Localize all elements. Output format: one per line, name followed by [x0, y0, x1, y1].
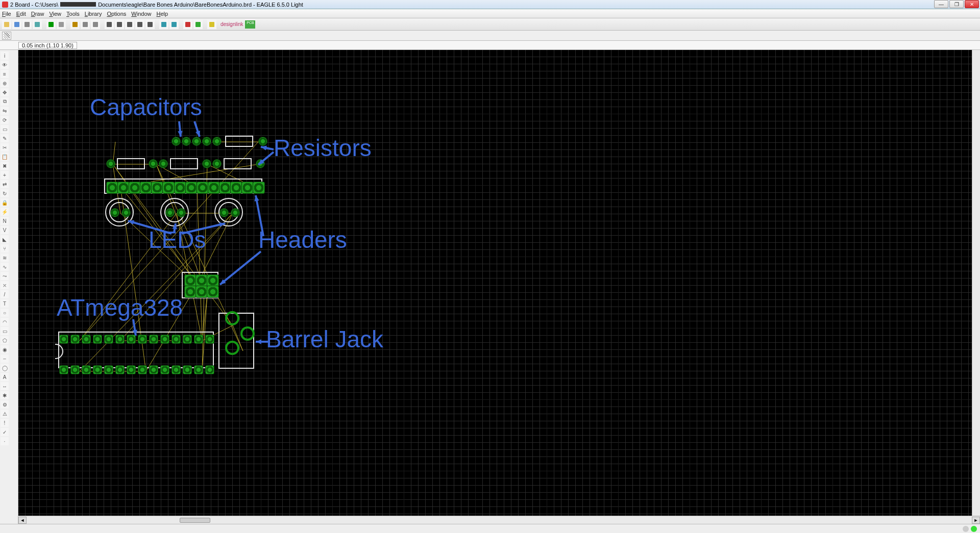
route-icon[interactable]: ⤳: [1, 272, 9, 280]
pad[interactable]: [185, 182, 198, 194]
redo-icon[interactable]: [169, 20, 179, 29]
pad[interactable]: [182, 137, 191, 146]
rect-icon[interactable]: ▭: [1, 327, 9, 335]
maximize-button[interactable]: ❐: [949, 0, 964, 8]
pad[interactable]: [93, 365, 102, 374]
scroll-left-button[interactable]: ◄: [18, 517, 27, 524]
pad[interactable]: [207, 286, 219, 298]
minimize-button[interactable]: —: [934, 0, 948, 8]
menu-library[interactable]: Library: [85, 11, 102, 17]
pad[interactable]: [205, 335, 214, 344]
signal-icon[interactable]: ⎓: [1, 354, 9, 363]
pad[interactable]: [225, 341, 239, 355]
smash-icon[interactable]: ⚡: [1, 208, 9, 216]
wire-icon[interactable]: /: [1, 290, 9, 298]
layer-icon[interactable]: ≡: [1, 70, 9, 78]
auto-icon[interactable]: ⚙: [1, 400, 9, 409]
pad[interactable]: [82, 365, 91, 374]
pad[interactable]: [59, 335, 68, 344]
mark-icon[interactable]: ⊕: [1, 79, 9, 87]
pad[interactable]: [82, 335, 91, 344]
mirror-icon[interactable]: ⇋: [1, 107, 9, 115]
pad[interactable]: [195, 274, 208, 287]
pad[interactable]: [202, 137, 211, 146]
menu-help[interactable]: Help: [156, 11, 168, 17]
pad[interactable]: [115, 365, 125, 374]
designlink-button[interactable]: designlink: [220, 21, 243, 27]
menu-edit[interactable]: Edit: [16, 11, 26, 17]
pad[interactable]: [115, 335, 125, 344]
pad[interactable]: [219, 182, 231, 194]
print-icon[interactable]: [22, 20, 32, 29]
pad[interactable]: [240, 326, 255, 341]
group-icon[interactable]: ▭: [1, 125, 9, 133]
pad[interactable]: [184, 286, 197, 298]
pad[interactable]: [127, 365, 136, 374]
info-icon[interactable]: i: [1, 52, 9, 60]
text-icon[interactable]: T: [1, 299, 9, 308]
pad[interactable]: [174, 182, 186, 194]
attribute-icon[interactable]: A: [1, 373, 9, 381]
menu-draw[interactable]: Draw: [31, 11, 44, 17]
menu-file[interactable]: File: [2, 11, 11, 17]
pad[interactable]: [149, 365, 158, 374]
board-canvas[interactable]: Capacitors Resistors LEDs Headers ATmega…: [18, 50, 972, 516]
pad[interactable]: [253, 182, 265, 194]
value-icon[interactable]: V: [1, 226, 9, 234]
pad[interactable]: [104, 335, 113, 344]
circle-icon[interactable]: ○: [1, 309, 9, 317]
pcbquote-button[interactable]: PCB: [245, 20, 255, 29]
add-icon[interactable]: +: [1, 171, 9, 179]
ratsnest-icon[interactable]: ✱: [1, 391, 9, 399]
menu-view[interactable]: View: [49, 11, 61, 17]
pad[interactable]: [207, 274, 219, 287]
zoom-select-icon[interactable]: [145, 20, 155, 29]
pad[interactable]: [93, 335, 102, 344]
split-icon[interactable]: ⑂: [1, 244, 9, 252]
pad[interactable]: [195, 286, 208, 298]
pad[interactable]: [172, 137, 181, 146]
go-icon[interactable]: [193, 20, 203, 29]
pad[interactable]: [183, 335, 192, 344]
zoom-redraw-icon[interactable]: [135, 20, 144, 29]
pad[interactable]: [212, 137, 222, 146]
pad[interactable]: [106, 182, 118, 194]
use-icon[interactable]: [70, 20, 80, 29]
pad[interactable]: [192, 137, 201, 146]
pad[interactable]: [241, 182, 254, 194]
hole-icon[interactable]: ◯: [1, 364, 9, 372]
polygon-icon[interactable]: ⬠: [1, 336, 9, 344]
paste-icon[interactable]: 📋: [1, 153, 9, 161]
pad[interactable]: [172, 365, 181, 374]
pad[interactable]: [121, 208, 131, 217]
menu-window[interactable]: Window: [131, 11, 151, 17]
rotate-icon[interactable]: ⟳: [1, 116, 9, 124]
pad[interactable]: [138, 335, 147, 344]
erc-icon[interactable]: ⚠: [1, 410, 9, 418]
pad[interactable]: [151, 182, 163, 194]
pad[interactable]: [138, 365, 147, 374]
menu-tools[interactable]: Tools: [66, 11, 80, 17]
scroll-thumb[interactable]: [180, 518, 210, 523]
pad[interactable]: [70, 365, 80, 374]
pad[interactable]: [140, 182, 152, 194]
pad[interactable]: [159, 159, 168, 168]
board-icon[interactable]: [46, 20, 56, 29]
pad[interactable]: [177, 208, 186, 217]
pad[interactable]: [194, 335, 203, 344]
cancel-icon[interactable]: [183, 20, 192, 29]
pad[interactable]: [149, 159, 158, 168]
errors-icon[interactable]: !: [1, 419, 9, 427]
pad[interactable]: [202, 159, 211, 168]
pad[interactable]: [127, 335, 136, 344]
pad[interactable]: [160, 335, 169, 344]
replace-icon[interactable]: ↻: [1, 189, 9, 197]
pad[interactable]: [149, 335, 158, 344]
copy-icon[interactable]: ⧉: [1, 97, 9, 106]
change-icon[interactable]: ✎: [1, 134, 9, 142]
move-icon[interactable]: ✥: [1, 88, 9, 96]
pad[interactable]: [160, 365, 169, 374]
lock-icon[interactable]: 🔒: [1, 198, 9, 207]
open-icon[interactable]: [2, 20, 11, 29]
zoom-fit-icon[interactable]: [105, 20, 114, 29]
